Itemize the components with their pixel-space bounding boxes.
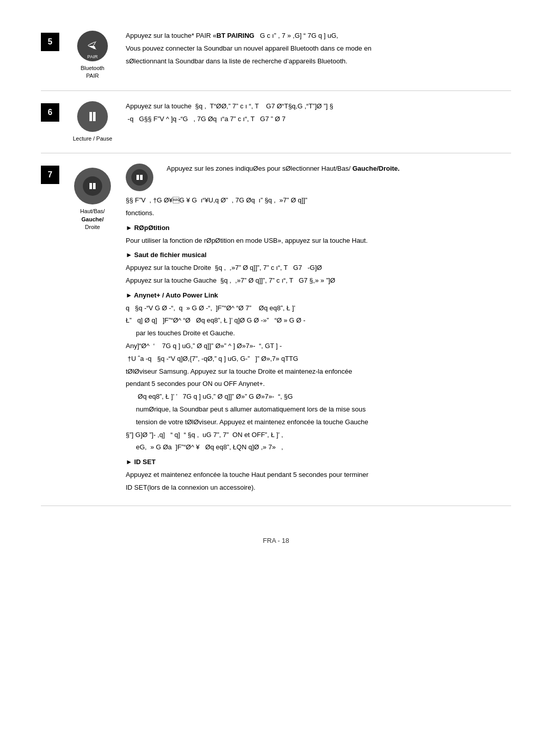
icon-area-7: Haut/Bas/ Gauche/ Droite: [70, 168, 116, 231]
anynet-text9: numØrique, la Soundbar peut s allumer au…: [126, 404, 511, 415]
step-number-6: 6: [41, 103, 59, 122]
play-bar-2: [93, 112, 96, 121]
section-5-line3: sØlectionnant la Soundbar dans la liste …: [126, 56, 511, 67]
section-7-icon-placeholder: [126, 164, 156, 191]
anynet-text7: pendant 5 secondes pour ON ou OFF Anynet…: [126, 379, 511, 390]
repetition-text: Pour utiliser la fonction de rØpØtition …: [126, 236, 511, 246]
section-6-content: Appuyez sur la touche §q , T“ØØ,” 7” c ı…: [126, 101, 511, 127]
step-number-7: 7: [41, 166, 59, 184]
anynet-text11: §”] G]Ø ”]- ,q] “ q] “ §q , uG 7”, 7” ON…: [126, 430, 511, 441]
repetition-title: ► RØpØtition: [126, 223, 511, 234]
anynet-text10: tension de votre tØlØviseur. Appuyez et …: [126, 417, 511, 428]
idset-text1: Appuyez et maintenez enfoncée la touche…: [126, 470, 511, 480]
anynet-text4: Any]“Ø^ ‘ 7G q ] uG,” Ø q]]” Ø»” ^ ] Ø»7…: [126, 341, 511, 352]
dir-bar-2: [93, 183, 96, 189]
section-7-main: Appuyez sur les zones indiquØes pour sØl…: [167, 164, 511, 174]
play-pause-icon: [89, 112, 96, 121]
direction-icon-label: Haut/Bas/ Gauche/ Droite: [80, 208, 105, 231]
section-7-body2: fonctions.: [126, 208, 511, 219]
anynet-text8: Øq eq8”, Ł ]’ ’ 7G q ] uG,” Ø q]]” Ø»” G…: [126, 392, 511, 402]
repetition-section: ► RØpØtition Pour utiliser la fonction d…: [126, 223, 511, 246]
pair-label: PAIR: [87, 54, 98, 59]
saut-title: ► Saut de fichier musical: [126, 250, 511, 261]
bluetooth-icon-label: Bluetooth PAIR: [81, 64, 104, 80]
direction-button-secondary[interactable]: [126, 164, 153, 191]
direction-play-icon: [89, 183, 96, 189]
icon-area-6: Lecture / Pause: [70, 101, 116, 143]
direction-button-outer[interactable]: [74, 168, 111, 204]
play-icon-label: Lecture / Pause: [73, 135, 112, 143]
saut-text1: Appuyez sur la touche Droite §q , ,»7” Ø…: [126, 263, 511, 273]
section-7-content: Appuyez sur les zones indiquØes pour sØl…: [126, 164, 511, 495]
anynet-section: ► Anynet+ / Auto Power Link q §q -“V G Ø…: [126, 290, 511, 453]
section-6-line2: -q G§§ F”V ^ ]q -“G , 7G Øq ı“a 7” c ı“,…: [126, 114, 511, 125]
section-7-text: Appuyez sur les zones indiquØes pour sØl…: [167, 164, 511, 176]
section-5-content: Appuyez sur la touche* PAIR «BT PAIRING …: [126, 31, 511, 68]
anynet-text3: par les touches Droite et Gauche.: [126, 328, 511, 339]
section-6: 6 Lecture / Pause Appuyez sur la touche …: [41, 91, 511, 153]
section-6-line1: Appuyez sur la touche §q , T“ØØ,” 7” c ı…: [126, 101, 511, 112]
idset-section: ► ID SET Appuyez et maintenez enfoncée …: [126, 457, 511, 493]
section-7: 7 Haut/Bas/ Gauche/ Droite: [41, 153, 511, 506]
anynet-text1: q §q -“V G Ø -“, q » G Ø -“, ]F”“Ø^ “Ø 7…: [126, 303, 511, 314]
section-7-inner: Appuyez sur les zones indiquØes pour sØl…: [126, 164, 511, 191]
saut-section: ► Saut de fichier musical Appuyez sur la…: [126, 250, 511, 286]
section-5-line1: Appuyez sur la touche* PAIR «BT PAIRING …: [126, 31, 511, 41]
page-footer: FRA - 18: [41, 537, 511, 544]
footer-text: FRA - 18: [263, 537, 289, 544]
anynet-text6: tØlØviseur Samsung. Appuyez sur la touch…: [126, 366, 511, 377]
bluetooth-pair-button[interactable]: ⮘ PAIR: [77, 31, 108, 61]
play-pause-button[interactable]: [77, 101, 108, 132]
idset-title: ► ID SET: [126, 457, 511, 468]
sec-bar-2: [140, 175, 143, 180]
section-5: 5 ⮘ PAIR Bluetooth PAIR Appuyez sur la t…: [41, 20, 511, 91]
anynet-text5: †U ˆa -q §q -“V q]Ø,{7”, -qØ,” q ] uG, G…: [126, 354, 511, 364]
dir-bar-1: [89, 183, 92, 189]
direction-button-inner[interactable]: [83, 176, 102, 196]
sec-bar-1: [136, 175, 139, 180]
bluetooth-icon: ⮘: [87, 40, 98, 52]
idset-text2: ID SET(lors de la connexion un accessoir…: [126, 483, 511, 493]
page-content: 5 ⮘ PAIR Bluetooth PAIR Appuyez sur la t…: [41, 20, 511, 544]
play-bar-1: [89, 112, 92, 121]
anynet-title: ► Anynet+ / Auto Power Link: [126, 290, 511, 301]
saut-text2: Appuyez sur la touche Gauche §q , ,»7” Ø…: [126, 276, 511, 286]
section-5-line2: Vous pouvez connecter la Soundbar un nou…: [126, 43, 511, 54]
section-7-body1: §§ F”V , †G Ø¥G ¥ G ı“¥U,q Ø” , 7G Øq ı…: [126, 195, 511, 206]
anynet-text2: Ł” q] Ø q] ]F”“Ø^ “Ø Øq eq8”, Ł ]’ q]Ø G…: [126, 315, 511, 326]
anynet-text12: eG, » G Øa ]F”“Ø^ ¥ Øq eq8”, ŁQN q]Ø ,» …: [126, 442, 511, 453]
step-number-5: 5: [41, 33, 59, 51]
icon-area-5: ⮘ PAIR Bluetooth PAIR: [70, 31, 116, 80]
direction-inner-secondary[interactable]: [131, 169, 148, 186]
play-icon-secondary: [136, 175, 143, 180]
